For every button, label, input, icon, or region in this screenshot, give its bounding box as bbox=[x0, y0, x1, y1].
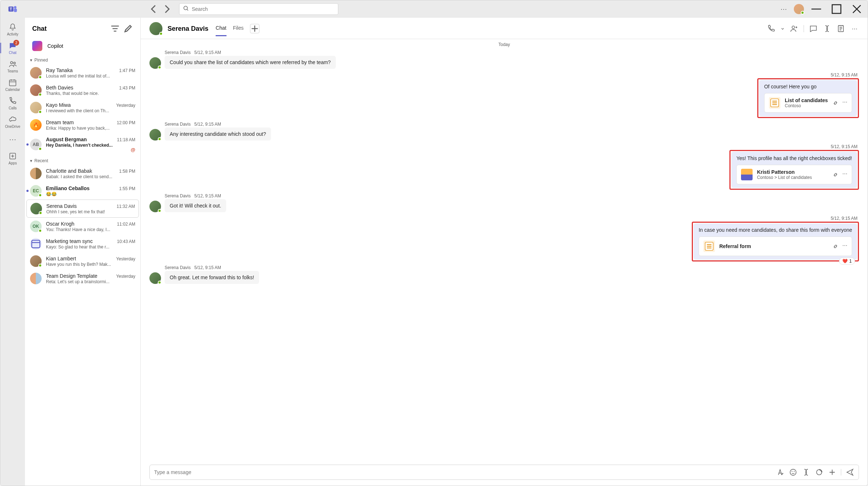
message-row: 5/12, 9:15 AMIn case you need more candi… bbox=[149, 216, 859, 261]
rail-chat[interactable]: 2 Chat bbox=[3, 39, 23, 57]
link-icon[interactable] bbox=[832, 171, 839, 179]
link-icon[interactable] bbox=[832, 99, 839, 107]
message-bubble[interactable]: In case you need more candidates, do sha… bbox=[694, 223, 857, 260]
chat-list-item[interactable]: Ray Tanaka1:47 PMLouisa will send the in… bbox=[25, 64, 140, 81]
maximize-button[interactable] bbox=[829, 3, 844, 15]
chat-item-name: Serena Davis bbox=[46, 203, 77, 209]
rail-calendar-label: Calendar bbox=[5, 88, 20, 92]
new-chat-button[interactable] bbox=[123, 24, 133, 34]
message-bubble[interactable]: Could you share the list of candidates w… bbox=[165, 56, 336, 69]
message-bubble[interactable]: Of course! Here you goList of candidates… bbox=[759, 80, 857, 116]
nav-forward-button[interactable] bbox=[161, 3, 173, 15]
chat-list-item[interactable]: ECEmiliano Ceballos1:55 PM😂😂 bbox=[25, 182, 140, 200]
pinned-section-header[interactable]: ▾ Pinned bbox=[25, 55, 140, 64]
search-input[interactable] bbox=[192, 6, 334, 12]
add-people-button[interactable] bbox=[790, 24, 799, 33]
chat-item-name: Kian Lambert bbox=[46, 256, 76, 261]
copilot-compose-button[interactable] bbox=[802, 468, 810, 477]
nav-back-button[interactable] bbox=[148, 3, 160, 15]
chat-item-name: Kayo Miwa bbox=[46, 102, 71, 108]
more-options-button[interactable]: ⋯ bbox=[778, 3, 789, 15]
message-meta: Serena Davis5/12, 9:15 AM bbox=[165, 122, 271, 127]
attachment-card[interactable]: Kristi PattersonContoso > List of candid… bbox=[736, 165, 852, 184]
loop-button[interactable] bbox=[815, 468, 823, 477]
filter-button[interactable] bbox=[110, 24, 120, 34]
message-bubble[interactable]: Got it! Will check it out. bbox=[165, 199, 226, 212]
chat-item-avatar bbox=[30, 203, 42, 214]
message-text: Could you share the list of candidates w… bbox=[170, 59, 331, 65]
call-dropdown[interactable] bbox=[780, 24, 785, 33]
add-tab-button[interactable] bbox=[250, 24, 259, 33]
emoji-button[interactable] bbox=[789, 468, 797, 477]
chat-list-panel: Chat Copilot ▾ Pinned Ray Tanaka1:47 PML… bbox=[25, 18, 141, 486]
rail-teams[interactable]: Teams bbox=[3, 58, 23, 75]
unread-dot-icon bbox=[26, 190, 29, 192]
message-meta: Serena Davis5/12, 9:15 AM bbox=[165, 265, 259, 270]
tab-chat[interactable]: Chat bbox=[216, 25, 226, 36]
conversation-title: Serena Davis bbox=[168, 25, 208, 33]
chat-list-item[interactable]: 🔥Dream team12:00 PMErika: Happy to have … bbox=[25, 116, 140, 134]
search-box[interactable] bbox=[179, 3, 338, 15]
open-chat-button[interactable] bbox=[809, 24, 818, 33]
message-meta: 5/12, 9:15 AM bbox=[729, 144, 859, 149]
conversation-avatar[interactable] bbox=[149, 22, 162, 35]
chat-list-item[interactable]: Serena Davis11:32 AMOhhh I see, yes let … bbox=[26, 200, 139, 218]
attachment-card[interactable]: List of candidatesContoso⋯ bbox=[764, 93, 852, 113]
chat-list-item[interactable]: OKOscar Krogh11:02 AMYou: Thanks! Have a… bbox=[25, 218, 140, 235]
card-more-button[interactable]: ⋯ bbox=[842, 243, 847, 250]
message-row: Serena Davis5/12, 9:15 AMCould you share… bbox=[149, 50, 859, 69]
compose-box[interactable] bbox=[149, 465, 859, 480]
svg-point-16 bbox=[792, 471, 792, 472]
reaction-badge[interactable]: ❤️1 bbox=[839, 257, 855, 265]
format-button[interactable] bbox=[776, 468, 784, 477]
chat-item-avatar: 🔥 bbox=[30, 119, 42, 131]
message-bubble[interactable]: Any interesting candidate which stood ou… bbox=[165, 127, 271, 141]
close-button[interactable] bbox=[849, 3, 865, 15]
chat-list-item[interactable]: Charlotte and Babak1:58 PMBabak: I asked… bbox=[25, 165, 140, 182]
rail-calendar[interactable]: Calendar bbox=[3, 76, 23, 94]
compose-input[interactable] bbox=[154, 469, 772, 475]
message-meta: Serena Davis5/12, 9:15 AM bbox=[165, 193, 226, 198]
svg-point-17 bbox=[794, 471, 795, 472]
rail-activity[interactable]: Activity bbox=[3, 21, 23, 38]
send-button[interactable] bbox=[846, 468, 854, 477]
chat-list-item[interactable]: Kian LambertYesterdayHave you run this b… bbox=[25, 252, 140, 270]
message-bubble[interactable]: Oh great. Let me forward this to folks! bbox=[165, 271, 259, 284]
message-bubble[interactable]: Yes! This profile has all the right chec… bbox=[731, 152, 857, 188]
chat-list-item[interactable]: Marketing team sync10:43 AMKayo: So glad… bbox=[25, 235, 140, 252]
recent-section-header[interactable]: ▾ Recent bbox=[25, 155, 140, 165]
rail-more[interactable]: ⋯ bbox=[3, 133, 23, 146]
chat-list-item[interactable]: Kayo MiwaYesterdayI reviewed with the cl… bbox=[25, 99, 140, 116]
chat-item-preview: Reta: Let's set up a brainstormi... bbox=[46, 279, 135, 284]
message-time: 5/12, 9:15 AM bbox=[194, 50, 221, 55]
chat-list-item[interactable]: ABAugust Bergman11:18 AMHey Daniela, I h… bbox=[25, 134, 140, 155]
phone-icon bbox=[8, 97, 17, 105]
notes-button[interactable] bbox=[837, 24, 845, 33]
chat-item-time: 1:43 PM bbox=[119, 85, 135, 91]
conv-more-button[interactable]: ⋯ bbox=[850, 24, 859, 33]
chat-item-name: Charlotte and Babak bbox=[46, 168, 92, 174]
card-more-button[interactable]: ⋯ bbox=[842, 171, 847, 179]
tab-files[interactable]: Files bbox=[233, 25, 244, 36]
presence-indicator-icon bbox=[158, 66, 161, 69]
rail-calls[interactable]: Calls bbox=[3, 95, 23, 112]
call-button[interactable] bbox=[767, 24, 775, 33]
link-icon[interactable] bbox=[832, 243, 839, 250]
attach-button[interactable] bbox=[828, 468, 837, 477]
copilot-button[interactable] bbox=[823, 24, 831, 33]
card-more-button[interactable]: ⋯ bbox=[842, 99, 847, 107]
chat-item-avatar bbox=[30, 273, 42, 284]
attachment-icon bbox=[741, 169, 753, 180]
chat-item-time: 1:58 PM bbox=[119, 169, 135, 174]
minimize-button[interactable] bbox=[808, 3, 824, 15]
chat-list-item[interactable]: Beth Davies1:43 PMThanks, that would be … bbox=[25, 81, 140, 99]
recent-label: Recent bbox=[34, 158, 48, 163]
chat-list-item[interactable]: Team Design TemplateYesterdayReta: Let's… bbox=[25, 270, 140, 287]
copilot-item[interactable]: Copilot bbox=[25, 37, 140, 55]
rail-apps[interactable]: Apps bbox=[3, 150, 23, 167]
attachment-card[interactable]: Referral form⋯ bbox=[699, 236, 852, 256]
message-row: Serena Davis5/12, 9:15 AMOh great. Let m… bbox=[149, 265, 859, 284]
user-avatar[interactable] bbox=[794, 4, 804, 14]
rail-onedrive[interactable]: OneDrive bbox=[3, 113, 23, 131]
chat-item-avatar bbox=[30, 168, 42, 179]
